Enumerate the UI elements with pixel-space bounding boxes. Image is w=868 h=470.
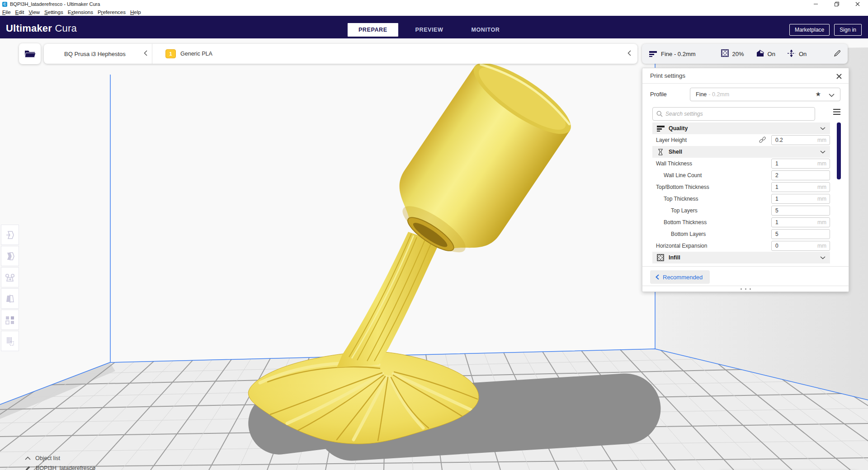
tool-column: [1, 225, 19, 351]
menu-view[interactable]: View: [26, 9, 42, 15]
printer-selector[interactable]: BQ Prusa i3 Hephestos: [44, 44, 152, 64]
chevron-left-icon: [656, 274, 659, 280]
link-icon: [759, 136, 766, 143]
panel-title-bar: Print settings: [642, 68, 849, 84]
open-file-button[interactable]: [19, 43, 41, 64]
profile-suffix: - 0.2mm: [708, 91, 729, 98]
signin-button[interactable]: Sign in: [834, 24, 862, 36]
section-quality[interactable]: Quality: [652, 122, 830, 134]
setting-top-thickness: Top Thickness1mm: [652, 193, 830, 205]
setting-wall-thickness: Wall Thickness1mm: [652, 158, 830, 169]
setting-bottom-thickness: Bottom Thickness1mm: [652, 216, 830, 228]
print-settings-summary[interactable]: Fine - 0.2mm 20% On On: [642, 44, 848, 64]
search-row: [642, 105, 849, 122]
model-name: BQPI3H_lataderefresco: [36, 465, 95, 470]
configuration-bar: BQ Prusa i3 Hephestos 1 Generic PLA: [44, 44, 637, 64]
quality-icon: [649, 51, 657, 57]
close-icon[interactable]: [834, 71, 844, 81]
wall-thickness-input[interactable]: 1mm: [771, 159, 830, 169]
summary-profile: Fine - 0.2mm: [661, 51, 696, 57]
chevron-up-icon: [25, 456, 31, 460]
panel-resize-handle[interactable]: [642, 286, 849, 291]
object-list: Object list BQPI3H_lataderefresco 71.8 x…: [25, 453, 129, 470]
summary-adhesion: On: [799, 51, 807, 57]
top-bottom-thickness-input[interactable]: 1mm: [771, 182, 830, 192]
section-infill[interactable]: Infill: [652, 252, 830, 263]
marketplace-button[interactable]: Marketplace: [789, 24, 830, 36]
search-settings-box[interactable]: [652, 107, 815, 121]
profile-dropdown[interactable]: Fine - 0.2mm ★: [690, 88, 840, 101]
top-layers-input[interactable]: 5: [771, 206, 830, 216]
object-list-header[interactable]: Object list: [25, 453, 129, 463]
settings-list: QualityLayer Height0.2mmShellWall Thickn…: [652, 122, 830, 266]
menu-edit[interactable]: Edit: [13, 9, 27, 15]
maximize-button[interactable]: [826, 0, 847, 8]
adhesion-icon: [788, 50, 795, 58]
material-selector[interactable]: 1 Generic PLA: [152, 44, 637, 64]
printer-name: BQ Prusa i3 Hephestos: [64, 51, 126, 57]
move-tool-button[interactable]: [1, 225, 19, 245]
setting-wall-line-count: Wall Line Count2: [652, 169, 830, 181]
settings-scrollbar[interactable]: [837, 122, 841, 179]
chevron-left-icon: [627, 50, 631, 58]
chevron-down-icon: [829, 92, 835, 99]
setting-top-bottom-thickness: Top/Bottom Thickness1mm: [652, 181, 830, 193]
window-title: BQPI3H_lataderefresco - Ultimaker Cura: [10, 1, 100, 7]
infill-icon: [656, 254, 665, 261]
setting-horizontal-expansion: Horizontal Expansion0mm: [652, 240, 830, 252]
summary-support: On: [768, 51, 775, 57]
menu-file[interactable]: File: [0, 9, 13, 15]
minimize-button[interactable]: [806, 0, 826, 8]
material-name: Generic PLA: [180, 51, 212, 57]
cura-window: C BQPI3H_lataderefresco - Ultimaker Cura…: [0, 0, 868, 470]
layer-height-input[interactable]: 0.2mm: [771, 135, 830, 145]
cura-app-icon: C: [2, 2, 7, 7]
setting-bottom-layers: Bottom Layers5: [652, 228, 830, 240]
tab-monitor[interactable]: MONITOR: [460, 23, 510, 37]
print-settings-panel: Print settings Profile Fine - 0.2mm ★: [642, 68, 849, 292]
mirror-tool-button[interactable]: [1, 288, 19, 309]
bottom-thickness-input[interactable]: 1mm: [771, 217, 830, 227]
profile-label: Profile: [650, 91, 667, 98]
object-list-item[interactable]: BQPI3H_lataderefresco: [25, 463, 129, 470]
folder-icon: [24, 49, 36, 59]
title-bar: C BQPI3H_lataderefresco - Ultimaker Cura: [0, 0, 868, 8]
profile-row: Profile Fine - 0.2mm ★: [642, 84, 849, 105]
search-icon: [656, 111, 663, 117]
bottom-layers-input[interactable]: 5: [771, 229, 830, 239]
recommended-button[interactable]: Recommended: [650, 270, 710, 284]
extruder-badge: 1: [165, 49, 176, 58]
menu-settings[interactable]: Settings: [42, 9, 66, 15]
chevron-down-icon: [820, 127, 826, 130]
chevron-down-icon: [820, 256, 826, 259]
top-thickness-input[interactable]: 1mm: [771, 194, 830, 204]
menu-bar: FileEditViewSettingsExtensionsPreference…: [0, 8, 868, 16]
menu-help[interactable]: Help: [128, 9, 143, 15]
support-blocker-button[interactable]: [1, 331, 19, 351]
panel-footer: Recommended: [642, 266, 849, 286]
star-icon: ★: [815, 90, 821, 98]
wall-line-count-input[interactable]: 2: [771, 170, 830, 180]
chevron-left-icon: [144, 50, 147, 57]
horizontal-expansion-input[interactable]: 0mm: [771, 241, 830, 251]
scale-tool-button[interactable]: [1, 246, 19, 266]
tab-prepare[interactable]: PREPARE: [348, 23, 398, 37]
setting-top-layers: Top Layers5: [652, 205, 830, 216]
setting-layer-height: Layer Height0.2mm: [652, 134, 830, 146]
shell-icon: [656, 149, 665, 155]
profile-value: Fine: [696, 91, 707, 98]
setting-visibility-menu-icon[interactable]: [833, 109, 840, 115]
edit-settings-icon[interactable]: [834, 50, 841, 58]
pencil-icon: [25, 465, 31, 470]
app-logo: Ultimaker Cura: [6, 23, 77, 34]
tab-preview[interactable]: PREVIEW: [405, 23, 454, 37]
rotate-tool-button[interactable]: [1, 267, 19, 287]
panel-title: Print settings: [650, 72, 685, 79]
close-button[interactable]: [847, 0, 868, 8]
search-input[interactable]: [665, 111, 815, 117]
per-model-settings-button[interactable]: [1, 310, 19, 330]
section-shell[interactable]: Shell: [652, 146, 830, 158]
menu-extensions[interactable]: Extensions: [66, 9, 95, 15]
summary-infill: 20%: [732, 51, 744, 57]
menu-preferences[interactable]: Preferences: [95, 9, 128, 15]
